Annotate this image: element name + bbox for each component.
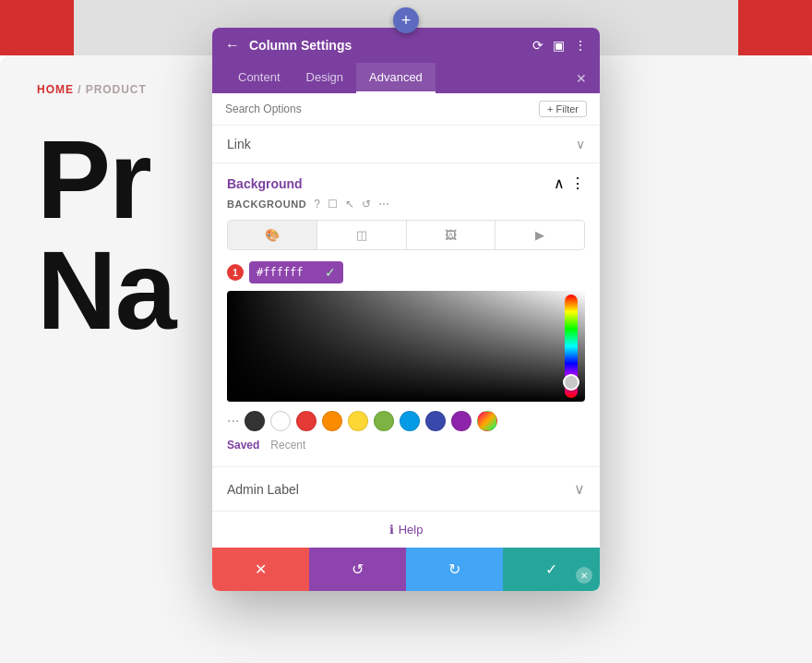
gradient-overlay [227,291,585,402]
header-icons: ⟳ ▣ ⋮ [532,38,587,53]
undo-button[interactable]: ↺ [309,548,406,591]
redo-button[interactable]: ↻ [406,548,503,591]
tab-close[interactable]: ✕ [576,63,587,93]
help-label: Help [399,523,424,536]
bg-section-header: Background ∧ ⋮ [212,163,600,198]
search-row: + Filter [212,93,600,126]
modal-title: Column Settings [249,38,523,53]
link-section: Link ∨ [212,126,600,163]
hue-slider[interactable] [565,295,578,398]
bg-tab-gradient[interactable]: ◫ [317,221,407,249]
bg-more-icon[interactable]: ⋮ [570,175,585,192]
redo-icon: ↻ [448,561,460,578]
link-section-title: Link [227,137,251,151]
swatch-white[interactable] [270,411,291,431]
hex-input-wrap[interactable]: ✓ [249,261,343,283]
hue-thumb[interactable] [563,374,579,391]
more-icon[interactable]: ⋮ [574,38,587,53]
admin-label-section[interactable]: Admin Label ∨ [212,467,600,512]
link-chevron-icon: ∨ [576,137,585,151]
search-input[interactable] [225,102,539,115]
color-picker: 1 ✓ [227,261,585,452]
layout-icon[interactable]: ▣ [553,38,565,53]
swatch-black[interactable] [245,411,265,431]
save-check-icon: ✓ [545,561,557,578]
filter-button[interactable]: + Filter [539,101,587,117]
undo-small-icon[interactable]: ↺ [362,198,371,211]
bg-chevron-up-icon[interactable]: ∧ [554,175,565,192]
bg-options-icon[interactable]: ⋯ [378,198,389,211]
cancel-icon: ✕ [255,561,267,578]
bg-label: Background [227,199,306,210]
bg-section-body: Background ? ☐ ↖ ↺ ⋯ 🎨 ◫ [212,198,600,466]
color-fill-icon: 🎨 [265,228,280,242]
swatch-yellow[interactable] [348,411,368,431]
cursor-icon[interactable]: ↖ [345,198,354,211]
bg-section-icons: ∧ ⋮ [554,175,585,192]
swatch-indigo[interactable] [425,411,446,431]
admin-label-text: Admin Label [227,482,299,497]
swatch-picker[interactable] [477,411,497,431]
help-row[interactable]: ℹ Help [212,512,600,548]
modal-body: + Filter Link ∨ Background ∧ ⋮ [212,93,600,548]
mobile-icon[interactable]: ☐ [328,198,338,211]
saved-recent-row: Saved Recent [227,439,585,452]
help-circle-icon: ℹ [389,523,394,536]
swatch-red[interactable] [296,411,316,431]
modal-tabs: Content Design Advanced ✕ [212,63,600,93]
modal-bottom-bar: ✕ ↺ ↻ ✓ [212,548,600,591]
plus-icon: + [401,11,412,30]
swatch-purple[interactable] [451,411,472,431]
video-icon: ▶ [535,228,544,242]
tab-content[interactable]: Content [225,63,293,93]
cancel-button[interactable]: ✕ [212,548,309,591]
back-button[interactable]: ← [225,37,240,54]
swatch-green[interactable] [374,411,394,431]
hex-check-icon[interactable]: ✓ [325,265,336,280]
swatch-blue[interactable] [400,411,420,431]
more-swatches-icon[interactable]: ··· [227,413,239,429]
bg-tab-video[interactable]: ▶ [496,221,584,249]
saved-button[interactable]: Saved [227,439,259,452]
hex-input[interactable] [257,266,321,279]
swatch-orange[interactable] [322,411,342,431]
add-button[interactable]: + [393,7,419,33]
filter-label: + Filter [547,103,579,115]
refresh-icon[interactable]: ⟳ [532,38,543,53]
tab-design[interactable]: Design [293,63,356,93]
bg-type-tabs: 🎨 ◫ 🖼 ▶ [227,220,585,250]
admin-chevron-icon: ∨ [574,480,585,498]
swatches-row: ··· [227,411,585,431]
tab-advanced[interactable]: Advanced [356,63,436,93]
bg-tab-color[interactable]: 🎨 [228,221,317,249]
link-section-header[interactable]: Link ∨ [212,126,600,163]
bg-tab-image[interactable]: 🖼 [407,221,496,249]
color-gradient-area[interactable] [227,291,585,402]
help-circle-icon[interactable]: ? [314,198,320,211]
step-badge: 1 [227,264,244,281]
gradient-icon: ◫ [356,228,367,242]
bg-label-row: Background ? ☐ ↖ ↺ ⋯ [227,198,585,211]
hex-row: 1 ✓ [227,261,585,283]
column-settings-modal: ← Column Settings ⟳ ▣ ⋮ Content Design A… [212,28,600,591]
modal-close-x[interactable]: ✕ [576,567,592,584]
bg-section-title: Background [227,176,303,191]
modal-overlay: + ← Column Settings ⟳ ▣ ⋮ Content Design… [0,0,812,663]
image-icon: 🖼 [445,228,457,242]
recent-button[interactable]: Recent [270,439,305,452]
undo-icon: ↺ [352,561,364,578]
background-section: Background ∧ ⋮ Background ? ☐ ↖ ↺ ⋯ [212,163,600,467]
color-gradient-wrapper[interactable] [227,291,585,402]
